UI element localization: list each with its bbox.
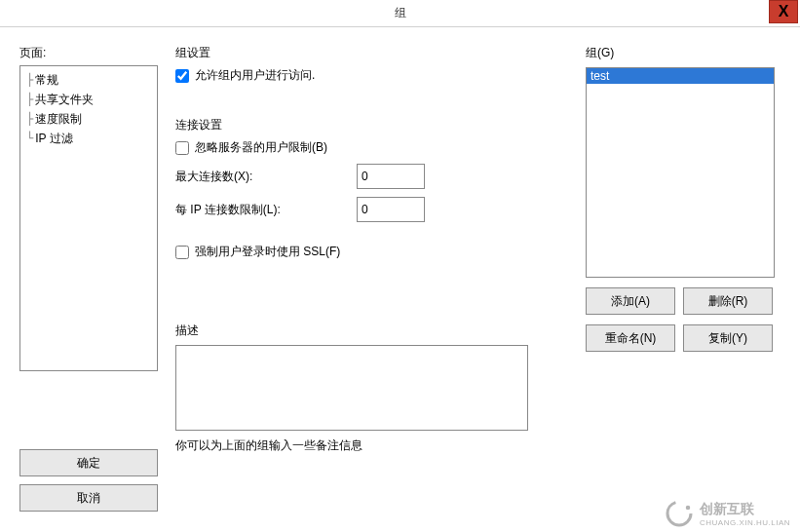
per-ip-input[interactable] <box>357 197 425 222</box>
tree-prefix: ├ <box>26 70 33 90</box>
delete-button[interactable]: 删除(R) <box>683 287 773 315</box>
allow-access-label: 允许组内用户进行访问. <box>195 67 315 84</box>
close-button[interactable]: X <box>769 0 798 23</box>
brand-logo-icon <box>665 499 694 528</box>
force-ssl-checkbox[interactable] <box>175 246 189 259</box>
groups-listbox[interactable]: test <box>586 67 775 278</box>
tree-item-shared-folder[interactable]: ├ 共享文件夹 <box>26 90 151 109</box>
force-ssl-label: 强制用户登录时使用 SSL(F) <box>195 244 340 260</box>
svg-point-1 <box>686 506 691 511</box>
tree-item-general[interactable]: ├ 常规 <box>26 70 151 90</box>
titlebar: 组 X <box>0 0 800 27</box>
bypass-limit-label: 忽略服务器的用户限制(B) <box>195 139 327 156</box>
brand-name: 创新互联 <box>700 501 790 518</box>
watermark: 创新互联 CHUANG.XIN.HU.LIAN <box>655 495 800 532</box>
add-button[interactable]: 添加(A) <box>586 287 675 315</box>
tree-item-label: 共享文件夹 <box>35 90 94 109</box>
tree-prefix: ├ <box>26 90 33 109</box>
bypass-limit-checkbox[interactable] <box>175 141 189 155</box>
description-textarea[interactable] <box>175 345 528 431</box>
tree-prefix: └ <box>26 129 33 148</box>
ok-button[interactable]: 确定 <box>19 449 158 476</box>
group-settings-title: 组设置 <box>175 45 568 61</box>
pages-label: 页面: <box>19 45 158 61</box>
rename-button[interactable]: 重命名(N) <box>586 324 675 352</box>
window-title: 组 <box>395 5 406 21</box>
svg-point-0 <box>667 502 691 525</box>
conn-settings-title: 连接设置 <box>175 117 568 133</box>
copy-button[interactable]: 复制(Y) <box>683 324 773 352</box>
tree-prefix: ├ <box>26 109 33 129</box>
max-conn-input[interactable] <box>357 164 425 189</box>
tree-item-label: IP 过滤 <box>35 129 72 148</box>
per-ip-label: 每 IP 连接数限制(L): <box>175 202 351 218</box>
cancel-button[interactable]: 取消 <box>19 484 158 512</box>
list-item[interactable]: test <box>587 68 774 84</box>
max-conn-label: 最大连接数(X): <box>175 169 351 185</box>
close-icon: X <box>779 3 789 20</box>
pages-tree: ├ 常规 ├ 共享文件夹 ├ 速度限制 └ IP 过滤 <box>19 65 158 371</box>
groups-title: 组(G) <box>586 45 781 61</box>
allow-access-checkbox[interactable] <box>175 69 189 83</box>
description-title: 描述 <box>175 323 568 339</box>
tree-item-speed-limit[interactable]: ├ 速度限制 <box>26 109 151 129</box>
description-hint: 你可以为上面的组输入一些备注信息 <box>175 437 528 454</box>
brand-sub: CHUANG.XIN.HU.LIAN <box>700 518 790 527</box>
tree-item-label: 速度限制 <box>35 109 82 129</box>
tree-item-ip-filter[interactable]: └ IP 过滤 <box>26 129 151 148</box>
tree-item-label: 常规 <box>35 70 58 90</box>
